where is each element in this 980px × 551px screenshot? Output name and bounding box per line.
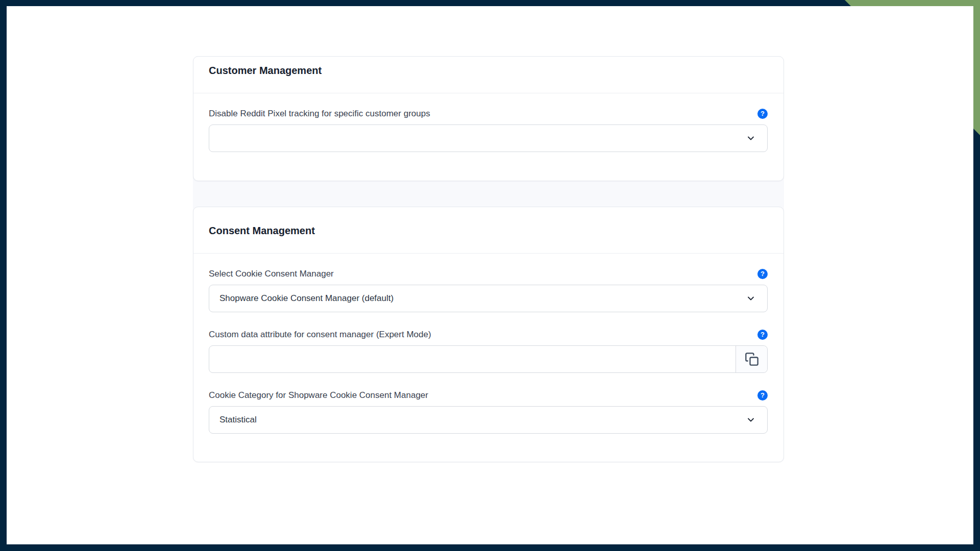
select-value: Shopware Cookie Consent Manager (default… <box>219 293 746 304</box>
field-label: Custom data attribute for consent manage… <box>209 330 431 340</box>
help-icon[interactable]: ? <box>757 330 768 340</box>
card-title: Consent Management <box>209 224 768 237</box>
field-label: Disable Reddit Pixel tracking for specif… <box>209 109 430 119</box>
label-row: Cookie Category for Shopware Cookie Cons… <box>209 390 768 400</box>
plugin-config-column: Customer Management Disable Reddit Pixel… <box>193 56 784 462</box>
customer-groups-select[interactable] <box>209 124 768 152</box>
copy-icon <box>745 352 759 366</box>
field-disable-tracking-customer-groups: Disable Reddit Pixel tracking for specif… <box>209 109 768 152</box>
copy-button[interactable] <box>736 346 767 372</box>
field-cookie-category: Cookie Category for Shopware Cookie Cons… <box>209 390 768 434</box>
card-consent-management: Consent Management Select Cookie Consent… <box>193 207 784 462</box>
help-icon[interactable]: ? <box>757 390 768 400</box>
consent-manager-select[interactable]: Shopware Cookie Consent Manager (default… <box>209 285 768 312</box>
help-icon[interactable]: ? <box>757 269 768 279</box>
chevron-down-icon <box>746 133 756 143</box>
card-title: Customer Management <box>209 64 768 77</box>
label-row: Select Cookie Consent Manager ? <box>209 269 768 279</box>
card-header: Customer Management <box>193 57 783 93</box>
label-row: Custom data attribute for consent manage… <box>209 330 768 340</box>
field-label: Select Cookie Consent Manager <box>209 269 334 279</box>
card-header: Consent Management <box>193 207 783 254</box>
chevron-down-icon <box>746 293 756 304</box>
field-cookie-consent-manager: Select Cookie Consent Manager ? Shopware… <box>209 269 768 312</box>
custom-attribute-input[interactable] <box>209 346 736 372</box>
field-label: Cookie Category for Shopware Cookie Cons… <box>209 390 428 400</box>
custom-attribute-input-group <box>209 345 768 373</box>
help-icon[interactable]: ? <box>757 109 768 119</box>
chevron-down-icon <box>746 415 756 425</box>
label-row: Disable Reddit Pixel tracking for specif… <box>209 109 768 119</box>
select-value: Statistical <box>219 415 746 425</box>
field-custom-data-attribute: Custom data attribute for consent manage… <box>209 330 768 373</box>
page-surface: Customer Management Disable Reddit Pixel… <box>7 6 973 544</box>
card-customer-management: Customer Management Disable Reddit Pixel… <box>193 56 784 181</box>
card-body: Select Cookie Consent Manager ? Shopware… <box>193 254 783 462</box>
cookie-category-select[interactable]: Statistical <box>209 406 768 434</box>
card-body: Disable Reddit Pixel tracking for specif… <box>193 93 783 181</box>
